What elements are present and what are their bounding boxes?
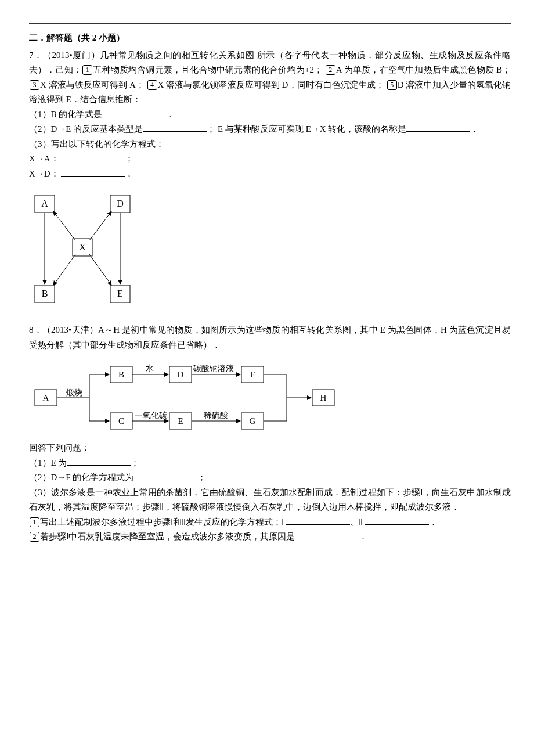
- q8-diagram: A 煅烧 B C 水 一氧化碳 D E: [29, 361, 511, 436]
- blank: [134, 471, 197, 481]
- q8-p1: （1）E 为；: [29, 456, 511, 471]
- q8-p3-1c: ．: [429, 517, 438, 527]
- box-d: D: [117, 199, 124, 208]
- q8-answer-prompt: 回答下列问题：: [29, 441, 511, 456]
- q8-p3-1b: 、Ⅱ: [350, 517, 363, 527]
- blank: [102, 107, 166, 117]
- label-co: 一氧化碳: [135, 411, 167, 420]
- q8-p3-1: 1写出上述配制波尔多液过程中步骤Ⅰ和Ⅱ发生反应的化学方程式：Ⅰ 、Ⅱ ．: [29, 515, 511, 530]
- circled-5: 5: [387, 80, 397, 90]
- q7-p2b: ； E 与某种酸反应可实现 E→X 转化，该酸的名称是: [207, 124, 406, 134]
- box-f: F: [250, 370, 255, 379]
- q8-p1b: ；: [131, 458, 139, 467]
- q7-p2: （2）D→E 的反应基本类型是； E 与某种酸反应可实现 E→X 转化，该酸的名…: [29, 122, 511, 137]
- box-h: H: [320, 393, 327, 402]
- q7-body: 7．（2013•厦门）几种常见物质之间的相互转化关系如图 所示（各字母代表一种物…: [29, 48, 511, 107]
- section-title: 二．解答题（共 2 小题）: [29, 31, 511, 46]
- q7-p3b2: ．: [125, 169, 134, 178]
- box-a: A: [41, 199, 48, 208]
- q8-p3: （3）波尔多液是一种农业上常用的杀菌剂，它由硫酸铜、生石灰加水配制而成．配制过程…: [29, 485, 511, 515]
- q7-p3b: X→D： ．: [29, 167, 511, 182]
- q8-p2a: （2）D→F 的化学方程式为: [29, 473, 134, 482]
- q8-p2b: ；: [197, 473, 206, 482]
- box-x: X: [79, 242, 86, 252]
- q7-p3a: X→A： ；: [29, 152, 511, 167]
- label-water: 水: [146, 364, 154, 373]
- box-e: E: [178, 416, 183, 426]
- q7-c2: A 为单质，在空气中加热后生成黑色物质 B；: [336, 65, 511, 74]
- q8-header: 8．（2013•天津）A～H 是初中常见的物质，如图所示为这些物质的相互转化关系…: [29, 323, 511, 352]
- box-b: B: [42, 289, 48, 298]
- circled-2: 2: [30, 532, 39, 542]
- blank: [365, 515, 429, 525]
- box-d: D: [178, 370, 184, 379]
- question-8: 8．（2013•天津）A～H 是初中常见的物质，如图所示为这些物质的相互转化关系…: [29, 323, 511, 545]
- q8-p1a: （1）E 为: [29, 458, 67, 467]
- question-7: 7．（2013•厦门）几种常见物质之间的相互转化关系如图 所示（各字母代表一种物…: [29, 48, 511, 312]
- svg-line-6: [89, 211, 111, 240]
- q8-p3-2b: ．: [359, 532, 367, 541]
- circled-1: 1: [30, 517, 39, 527]
- box-g: G: [250, 416, 256, 426]
- q7-c1: 五种物质均含铜元素，且化合物中铜元素的化合价均为+2；: [93, 65, 325, 74]
- q7-p3b1: X→D：: [29, 169, 59, 178]
- q8-p3-1a: 写出上述配制波尔多液过程中步骤Ⅰ和Ⅱ发生反应的化学方程式：Ⅰ: [40, 517, 284, 527]
- box-c: C: [118, 416, 124, 426]
- svg-line-5: [53, 211, 75, 240]
- q7-c4: X 溶液与氯化钡溶液反应可得到 D，同时有白色沉淀生成；: [158, 80, 387, 89]
- q7-p1a: （1）B 的化学式是: [29, 110, 102, 119]
- q7-p3: （3）写出以下转化的化学方程式：: [29, 137, 511, 152]
- svg-line-7: [53, 254, 75, 285]
- blank: [286, 515, 350, 525]
- blank: [61, 167, 125, 177]
- circled-3: 3: [30, 80, 39, 90]
- q7-p1b: ．: [166, 110, 175, 119]
- blank: [67, 456, 131, 466]
- q8-p3-2: 2若步骤Ⅰ中石灰乳温度未降至室温，会造成波尔多液变质，其原因是．: [29, 530, 511, 545]
- svg-line-8: [89, 254, 111, 285]
- blank: [295, 530, 359, 540]
- q8-p3-2a: 若步骤Ⅰ中石灰乳温度未降至室温，会造成波尔多液变质，其原因是: [40, 532, 295, 541]
- top-rule: [29, 23, 511, 24]
- circled-2: 2: [326, 65, 335, 75]
- circled-4: 4: [147, 80, 157, 90]
- circled-1: 1: [82, 65, 92, 75]
- q7-c3: X 溶液与铁反应可得到 A；: [40, 80, 147, 89]
- label-na2co3: 碳酸钠溶液: [193, 364, 234, 373]
- blank: [406, 123, 470, 132]
- q7-p3a2: ；: [125, 154, 134, 163]
- box-a: A: [43, 393, 49, 402]
- box-b: B: [118, 370, 124, 379]
- label-h2so4: 稀硫酸: [204, 411, 228, 420]
- q7-p2c: ．: [470, 124, 479, 134]
- q8-p2: （2）D→F 的化学方程式为；: [29, 470, 511, 485]
- q7-p2a: （2）D→E 的反应基本类型是: [29, 124, 143, 134]
- box-e: E: [117, 289, 123, 298]
- q7-diagram: A D X B E: [29, 189, 511, 311]
- q7-p1: （1）B 的化学式是．: [29, 107, 511, 123]
- blank: [143, 123, 207, 132]
- label-duan: 煅烧: [66, 388, 82, 397]
- blank: [61, 152, 125, 162]
- q7-p3a1: X→A：: [29, 154, 59, 163]
